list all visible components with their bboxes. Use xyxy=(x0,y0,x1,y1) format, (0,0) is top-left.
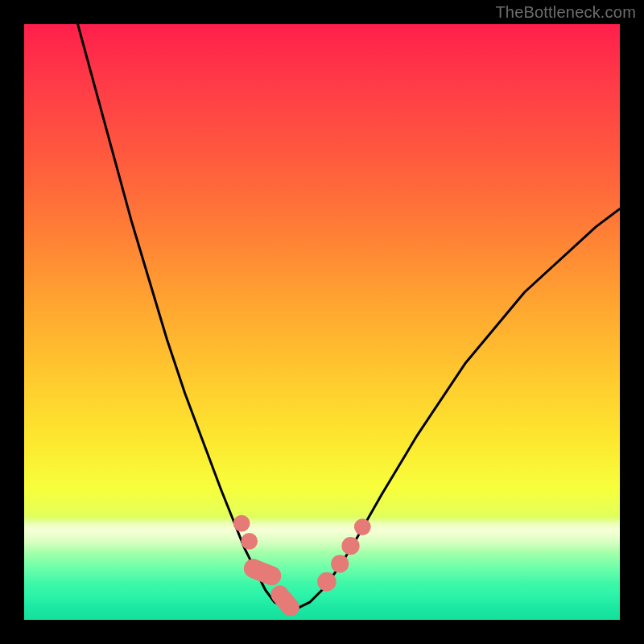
curve-marker xyxy=(341,537,359,555)
watermark-text: TheBottleneck.com xyxy=(495,3,636,22)
curve-marker xyxy=(354,518,371,535)
curve-marker xyxy=(317,572,336,592)
plot-area xyxy=(24,24,620,620)
bottleneck-curve xyxy=(78,24,620,608)
curve-marker xyxy=(233,515,250,532)
curve-marker xyxy=(331,555,349,572)
chart-frame: TheBottleneck.com xyxy=(0,0,644,644)
curve-marker xyxy=(241,533,258,550)
curve-layer xyxy=(24,24,620,620)
